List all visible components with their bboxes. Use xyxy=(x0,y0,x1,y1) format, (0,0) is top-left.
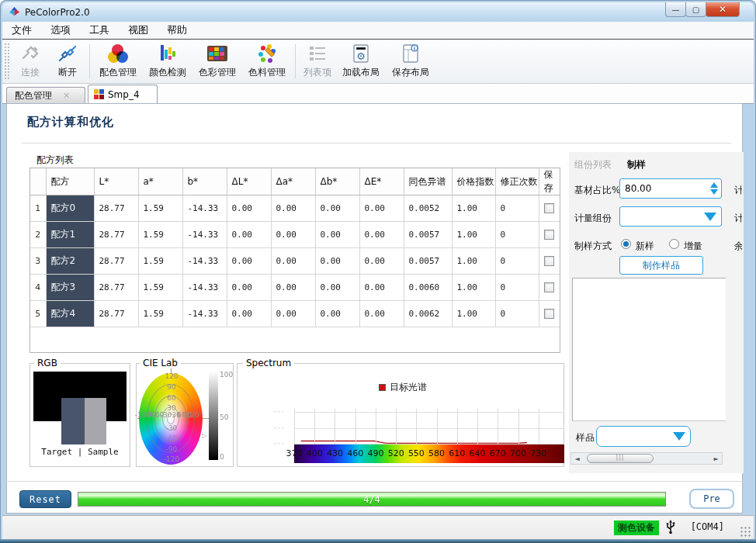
toolbar-separator xyxy=(89,44,90,78)
measuring-component-dropdown[interactable] xyxy=(619,206,722,227)
formula-name-cell[interactable]: 配方4 xyxy=(46,301,94,327)
value-cell: 1.59 xyxy=(138,275,182,301)
window-bottom-edge xyxy=(0,539,756,543)
table-row[interactable]: 3配方228.771.59-14.330.000.000.000.000.005… xyxy=(30,248,560,275)
x-axis-tick: 520 xyxy=(388,448,404,458)
color-management-button[interactable]: 色彩管理 xyxy=(192,40,242,83)
lab-axis-tick: -60 xyxy=(166,434,178,442)
save-cell xyxy=(539,248,560,275)
title-bar[interactable]: PeColorPro2.0 — ▢ ✕ xyxy=(2,2,754,22)
formula-table: 配方L*a*b*ΔL*Δa*Δb*ΔE*同色异谱价格指数修正次数保存 1配方02… xyxy=(29,168,560,353)
page-title: 配方计算和优化 xyxy=(27,115,114,130)
toolbar-grip[interactable] xyxy=(4,43,10,80)
horizontal-scrollbar[interactable]: ◄ ► xyxy=(570,452,723,465)
sample-mode-label: 制样方式 xyxy=(574,240,612,253)
formula-name-cell[interactable]: 配方3 xyxy=(46,275,94,301)
save-cell xyxy=(539,195,560,222)
gridline xyxy=(396,409,397,444)
x-axis-tick: 490 xyxy=(367,448,383,458)
menu-view[interactable]: 视图 xyxy=(119,22,158,39)
column-header[interactable]: 价格指数 xyxy=(452,168,495,195)
list-items-button: 列表项 xyxy=(299,40,336,83)
scroll-right-icon[interactable]: ► xyxy=(710,455,722,462)
sample-dropdown[interactable] xyxy=(596,426,691,447)
column-header[interactable]: 修正次数 xyxy=(495,168,539,195)
value-cell: 0.00 xyxy=(227,248,271,275)
save-checkbox[interactable] xyxy=(544,309,554,319)
sample-list-box[interactable] xyxy=(572,278,726,421)
wavelength-axis: 370400430460490520550580610640670700730 xyxy=(294,444,564,463)
menu-file[interactable]: 文件 xyxy=(2,22,41,39)
spinner[interactable] xyxy=(710,182,721,195)
radio-increment[interactable] xyxy=(669,239,679,249)
spin-up-icon[interactable] xyxy=(710,182,718,188)
scrollbar-thumb[interactable] xyxy=(587,454,654,463)
formula-name-cell[interactable]: 配方2 xyxy=(46,248,94,275)
tab-color-matching[interactable]: 配色管理 ✕ xyxy=(6,87,85,104)
lightness-tick: 0 xyxy=(220,453,224,461)
save-checkbox[interactable] xyxy=(544,230,554,240)
lab-axis-tick: -120 xyxy=(164,455,179,463)
tab-make-sample[interactable]: 制样 xyxy=(627,158,646,171)
dropdown-arrow-icon[interactable] xyxy=(704,213,716,221)
make-sample-button[interactable]: 制作样品 xyxy=(619,256,703,275)
lightness-bar[interactable] xyxy=(209,372,218,460)
table-row[interactable]: 2配方128.771.59-14.330.000.000.000.000.005… xyxy=(30,222,560,248)
save-checkbox[interactable] xyxy=(544,282,554,292)
lightness-pointer-icon: ▷ xyxy=(202,432,206,439)
save-checkbox[interactable] xyxy=(544,256,554,266)
color-matching-icon xyxy=(106,43,130,64)
tab-smp4[interactable]: Smp_4 xyxy=(88,85,158,104)
column-header[interactable]: 配方 xyxy=(46,168,94,195)
color-matching-button[interactable]: 配色管理 xyxy=(93,40,143,83)
load-layout-button[interactable]: ⚙ 加载布局 xyxy=(336,40,386,83)
column-header[interactable]: Δa* xyxy=(271,168,315,195)
spin-down-icon[interactable] xyxy=(710,189,718,195)
x-axis-tick: 370 xyxy=(286,448,303,458)
resize-grip[interactable] xyxy=(740,526,751,537)
substrate-ratio-field[interactable] xyxy=(619,178,722,199)
save-layout-button[interactable]: i 保存布局 xyxy=(386,40,435,83)
color-detection-button[interactable]: 颜色检测 xyxy=(143,40,192,83)
column-header[interactable]: ΔL* xyxy=(227,168,271,195)
menu-tools[interactable]: 工具 xyxy=(80,22,119,39)
colorant-management-button[interactable]: 色料管理 xyxy=(242,40,292,83)
column-header[interactable]: a* xyxy=(138,168,182,195)
table-row[interactable]: 5配方428.771.59-14.330.000.000.000.000.006… xyxy=(30,301,560,327)
disconnect-icon xyxy=(55,43,80,64)
scroll-left-icon[interactable]: ◄ xyxy=(571,455,583,462)
value-cell: 28.77 xyxy=(94,195,138,222)
formula-name-cell[interactable]: 配方0 xyxy=(46,195,94,222)
table-row[interactable]: 4配方328.771.59-14.330.000.000.000.000.006… xyxy=(30,275,560,301)
maximize-button[interactable]: ▢ xyxy=(685,2,706,17)
minimize-button[interactable]: — xyxy=(665,2,686,17)
header-spacer xyxy=(30,168,46,195)
formula-name-cell[interactable]: 配方1 xyxy=(46,222,94,248)
close-button[interactable]: ✕ xyxy=(706,2,740,17)
save-checkbox[interactable] xyxy=(544,203,554,213)
value-cell: 28.77 xyxy=(94,275,138,301)
spectrum-plot: ········· xyxy=(294,404,564,444)
column-header[interactable]: b* xyxy=(182,168,227,195)
disconnect-button[interactable]: 断开 xyxy=(49,40,86,83)
column-header[interactable]: 保存 xyxy=(539,168,560,195)
column-header[interactable]: L* xyxy=(94,168,138,195)
menu-options[interactable]: 选项 xyxy=(41,22,80,39)
value-cell: 1.00 xyxy=(452,275,495,301)
tab-component-list[interactable]: 组份列表 xyxy=(574,158,612,171)
dropdown-arrow-icon[interactable] xyxy=(673,432,685,441)
table-row[interactable]: 1配方028.771.59-14.330.000.000.000.000.005… xyxy=(30,195,560,222)
tab-close-icon[interactable]: ✕ xyxy=(63,91,70,101)
menu-help[interactable]: 帮助 xyxy=(158,22,196,39)
pre-button[interactable]: Pre xyxy=(689,489,734,509)
column-header[interactable]: 同色异谱 xyxy=(404,168,452,195)
column-header[interactable]: ΔE* xyxy=(359,168,404,195)
column-header[interactable]: Δb* xyxy=(315,168,359,195)
radio-new-sample[interactable] xyxy=(621,239,631,249)
value-cell: 1.59 xyxy=(138,301,182,327)
spectrum-panel: 目标光谱 ········· 3704004304604905205505806… xyxy=(237,363,564,467)
substrate-ratio-input[interactable] xyxy=(620,183,710,194)
value-cell: 0.00 xyxy=(227,301,271,327)
reset-button[interactable]: Reset xyxy=(19,490,71,508)
value-cell: 0.00 xyxy=(227,195,271,222)
